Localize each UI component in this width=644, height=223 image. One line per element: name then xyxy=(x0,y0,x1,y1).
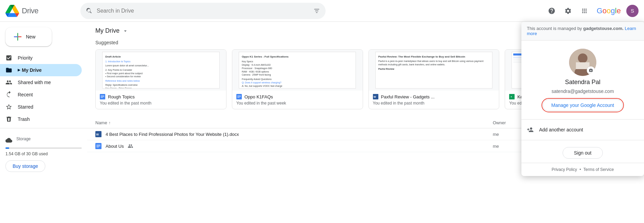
file-info-rough-topics: Rough Topics You edited in the past mont… xyxy=(96,91,226,109)
doc-icon-oppo xyxy=(236,94,242,99)
camera-icon[interactable] xyxy=(587,66,595,75)
svg-text:W: W xyxy=(374,95,376,98)
storage-bar-background xyxy=(5,147,82,149)
svg-rect-6 xyxy=(101,96,105,96)
user-account-popup: This account is managed by gadgetstouse.… xyxy=(521,22,644,176)
popup-footer: Privacy Policy • Terms of Service xyxy=(521,163,644,176)
svg-rect-22 xyxy=(96,147,99,147)
account-avatar[interactable]: S xyxy=(626,5,639,17)
owner-col-label: Owner xyxy=(493,120,506,125)
sidebar-priority-label: Priority xyxy=(18,55,33,61)
storage-section: Storage 1.54 GB of 30 GB used Buy storag… xyxy=(0,131,87,175)
new-button[interactable]: New xyxy=(5,27,52,46)
name-column-header[interactable]: Name ↑ xyxy=(95,120,493,125)
svg-rect-11 xyxy=(237,96,241,97)
storage-bar-fill xyxy=(5,147,9,149)
file-preview-oppo: Oppo K1 Series - Full Specifications Key… xyxy=(232,50,363,91)
popup-user-email: satendra@gadgetstouse.com xyxy=(551,89,614,94)
doc-icon-rough-topics xyxy=(100,94,105,99)
settings-button[interactable] xyxy=(561,4,575,18)
file-card-rough-topics[interactable]: Draft Article 1. Introduction to Topics … xyxy=(95,49,226,109)
svg-rect-10 xyxy=(237,96,241,96)
add-account-icon xyxy=(527,126,534,133)
sidebar-item-recent[interactable]: Recent xyxy=(0,89,82,101)
file-meta-paxful: You edited in the past month xyxy=(373,101,495,106)
popup-signout-section: Sign out xyxy=(521,143,644,163)
footer-separator: • xyxy=(580,167,581,172)
recent-icon xyxy=(5,91,12,98)
file-card-oppo[interactable]: Oppo K1 Series - Full Specifications Key… xyxy=(232,49,363,109)
add-account-item[interactable]: Add another account xyxy=(521,122,644,137)
google-letter-e: e xyxy=(617,6,621,15)
settings-icon xyxy=(564,7,572,15)
popup-avatar xyxy=(569,49,596,76)
popup-divider-2 xyxy=(521,140,644,140)
svg-rect-8 xyxy=(101,97,103,98)
svg-text:W: W xyxy=(96,133,99,136)
file-name-rough-topics: Rough Topics xyxy=(108,94,135,99)
sidebar-item-my-drive[interactable]: My Drive xyxy=(0,64,82,76)
sidebar-item-priority[interactable]: Priority xyxy=(0,52,82,64)
doc-icon-file2 xyxy=(95,143,101,149)
terms-link[interactable]: Terms of Service xyxy=(583,167,614,172)
new-button-label: New xyxy=(26,34,35,39)
file-info-paxful: W Paxful Review - Gadgets ... You edited… xyxy=(369,91,499,109)
sign-out-button[interactable]: Sign out xyxy=(563,147,602,159)
search-input[interactable] xyxy=(97,8,309,14)
sidebar: New Priority My Drive Shared wi xyxy=(0,22,87,223)
app-title: Drive xyxy=(22,6,38,15)
main-layout: New Priority My Drive Shared wi xyxy=(0,22,644,223)
sidebar-starred-label: Starred xyxy=(18,104,33,110)
svg-rect-21 xyxy=(96,146,100,146)
file1-name-cell: W 4 Best Places to Find Professional Pho… xyxy=(95,131,493,137)
file-preview-rough-topics: Draft Article 1. Introduction to Topics … xyxy=(96,50,226,91)
apps-icon xyxy=(581,7,588,14)
google-letter-g: G xyxy=(597,6,602,15)
file1-name: 4 Best Places to Find Professional Photo… xyxy=(106,132,239,137)
managed-domain: gadgetstouse.com. xyxy=(583,26,624,31)
buy-storage-button[interactable]: Buy storage xyxy=(5,160,45,172)
add-account-label: Add another account xyxy=(539,127,583,132)
apps-button[interactable] xyxy=(578,4,591,18)
sidebar-divider xyxy=(0,128,87,128)
shared-icon xyxy=(5,79,12,86)
topbar-right: Google S xyxy=(539,4,639,18)
sidebar-item-starred[interactable]: Starred xyxy=(0,101,82,113)
svg-point-24 xyxy=(578,53,587,63)
svg-rect-20 xyxy=(96,145,100,145)
popup-profile-section: Satendra Pal satendra@gadgetstouse.com M… xyxy=(521,41,644,116)
search-bar[interactable] xyxy=(80,3,326,19)
sidebar-item-trash[interactable]: Trash xyxy=(0,113,82,125)
new-plus-icon xyxy=(14,33,22,41)
manage-account-button[interactable]: Manage your Google Account xyxy=(543,99,623,111)
file-info-oppo: Oppo K1FAQs You edited in the past week xyxy=(232,91,363,109)
privacy-policy-link[interactable]: Privacy Policy xyxy=(552,167,577,172)
file2-name-cell: About Us xyxy=(95,143,493,149)
my-drive-expand-icon xyxy=(18,69,20,71)
sort-icon: ↑ xyxy=(109,121,111,125)
managed-text: This account is managed by xyxy=(527,26,582,31)
filter-icon[interactable] xyxy=(313,7,320,14)
help-button[interactable] xyxy=(545,4,559,18)
name-col-label: Name xyxy=(95,120,107,125)
sidebar-recent-label: Recent xyxy=(18,92,33,97)
sidebar-trash-label: Trash xyxy=(18,116,30,122)
trash-icon xyxy=(5,116,12,123)
storage-icon xyxy=(5,137,12,144)
file-name-oppo: Oppo K1FAQs xyxy=(245,94,273,99)
my-drive-dropdown-button[interactable] xyxy=(122,28,128,34)
sheets-icon-keywords: + xyxy=(509,94,515,99)
storage-usage-text: 1.54 GB of 30 GB used xyxy=(5,152,82,156)
help-icon xyxy=(548,7,555,15)
priority-icon xyxy=(5,54,12,61)
sidebar-item-shared[interactable]: Shared with me xyxy=(0,76,82,89)
popup-managed-notice: This account is managed by gadgetstouse.… xyxy=(521,22,644,41)
file-card-paxful[interactable]: Paxful Review: The Most Flexible Exchang… xyxy=(368,49,500,109)
starred-icon xyxy=(5,103,12,110)
chevron-down-icon xyxy=(122,28,128,34)
google-letter-g2: g xyxy=(611,6,615,15)
popup-user-name: Satendra Pal xyxy=(565,79,600,86)
sidebar-shared-label: Shared with me xyxy=(18,80,51,85)
drive-logo-icon xyxy=(5,5,19,17)
svg-rect-7 xyxy=(101,96,105,97)
